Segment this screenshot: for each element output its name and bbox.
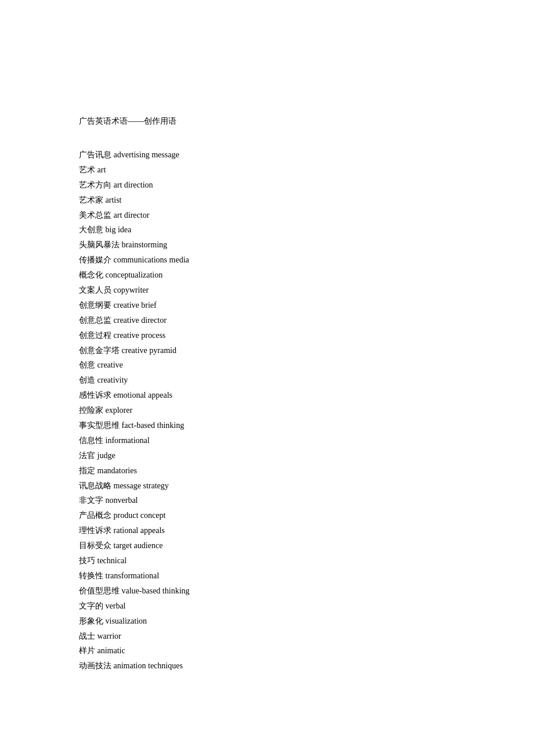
- list-item: 创造 creativity: [79, 373, 455, 388]
- section-title: 广告英语术语——创作用语: [79, 116, 455, 127]
- list-item: 创意 creative: [79, 358, 455, 373]
- list-item: 文字的 verbal: [79, 599, 455, 614]
- list-item: 形象化 visualization: [79, 614, 455, 629]
- list-item: 创意金字塔 creative pyramid: [79, 343, 455, 358]
- list-item: 信息性 informational: [79, 433, 455, 448]
- list-item: 战士 warrior: [79, 629, 455, 644]
- list-item: 传播媒介 communications media: [79, 253, 455, 268]
- list-item: 产品概念 product concept: [79, 508, 455, 523]
- list-item: 样片 animatic: [79, 643, 455, 658]
- list-item: 文案人员 copywriter: [79, 283, 455, 298]
- list-item: 头脑风暴法 brainstorming: [79, 237, 455, 253]
- list-item: 艺术 art: [79, 163, 455, 178]
- list-item: 指定 mandatories: [79, 463, 455, 478]
- list-item: 技巧 technical: [79, 553, 455, 568]
- list-item: 艺术家 artist: [79, 193, 455, 208]
- list-item: 创意过程 creative process: [79, 328, 455, 343]
- list-item: 控险家 explorer: [79, 403, 455, 418]
- list-item: 动画技法 animation techniques: [79, 658, 455, 674]
- list-item: 美术总监 art director: [79, 208, 455, 223]
- list-item: 创意纲要 creative brief: [79, 298, 455, 313]
- list-item: 转换性 transformational: [79, 568, 455, 584]
- list-item: 讯息战略 message strategy: [79, 478, 455, 494]
- term-list: 广告讯息 advertising message艺术 art艺术方向 art d…: [79, 147, 455, 674]
- list-item: 创意总监 creative director: [79, 313, 455, 328]
- list-item: 价值型思维 value-based thinking: [79, 584, 455, 599]
- list-item: 目标受众 target audience: [79, 538, 455, 553]
- list-item: 广告讯息 advertising message: [79, 147, 455, 163]
- list-item: 艺术方向 art direction: [79, 178, 455, 193]
- list-item: 非文字 nonverbal: [79, 493, 455, 508]
- page-content: 广告英语术语——创作用语 广告讯息 advertising message艺术 …: [0, 0, 534, 720]
- list-item: 事实型思维 fact-based thinking: [79, 418, 455, 433]
- list-item: 感性诉求 emotional appeals: [79, 388, 455, 403]
- list-item: 法官 judge: [79, 448, 455, 463]
- list-item: 理性诉求 rational appeals: [79, 523, 455, 538]
- list-item: 大创意 big idea: [79, 222, 455, 237]
- list-item: 概念化 conceptualization: [79, 268, 455, 283]
